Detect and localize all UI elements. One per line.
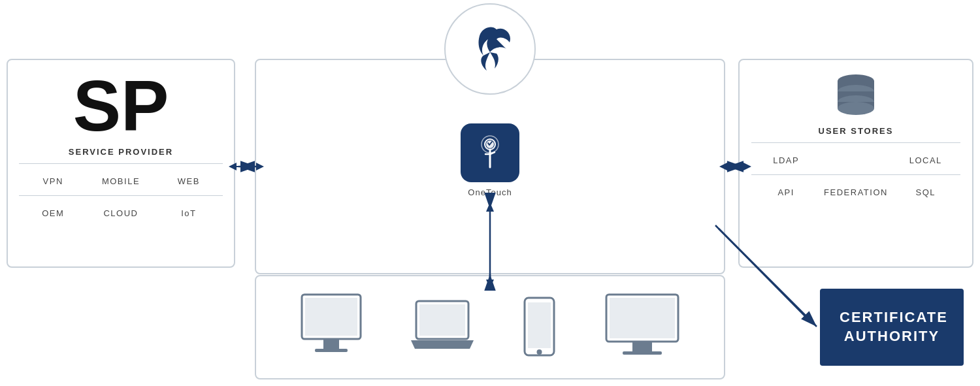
- us-box: USER STORES LDAP LOCAL API FEDERATION SQ…: [738, 59, 973, 268]
- sp-service-vpn: VPN: [19, 167, 87, 195]
- us-divider: [751, 174, 960, 175]
- devices-box: [255, 275, 725, 379]
- svg-rect-20: [610, 298, 675, 338]
- svg-point-18: [536, 349, 542, 355]
- svg-point-9: [838, 102, 874, 115]
- sp-service-cloud: CLOUD: [87, 199, 155, 227]
- sp-service-web: WEB: [155, 167, 223, 195]
- database-icon: [833, 73, 879, 118]
- sp-service-iot: IoT: [155, 199, 223, 227]
- bird-icon: [461, 20, 519, 78]
- touch-icon: [474, 135, 506, 170]
- us-services-grid2: API FEDERATION SQL: [751, 178, 960, 206]
- onetouch-button[interactable]: [461, 123, 519, 182]
- us-label: USER STORES: [751, 126, 960, 143]
- sp-services-grid2: OEM CLOUD IoT: [19, 199, 222, 227]
- onetouch-container: OneTouch: [461, 123, 519, 197]
- ca-line2: AUTHORITY: [844, 328, 939, 344]
- sp-box: SP SERVICE PROVIDER VPN MOBILE WEB OEM C…: [7, 59, 235, 268]
- us-service-sql: SQL: [890, 178, 960, 206]
- onetouch-label: OneTouch: [468, 187, 512, 197]
- laptop-icon: [410, 291, 475, 363]
- us-service-ldap: LDAP: [751, 146, 821, 174]
- sp-divider: [19, 195, 222, 196]
- svg-rect-15: [419, 304, 465, 336]
- us-service-api: API: [751, 178, 821, 206]
- us-services-grid1: LDAP LOCAL: [751, 146, 960, 174]
- sp-services-grid: VPN MOBILE WEB: [19, 167, 222, 195]
- svg-rect-17: [528, 302, 551, 348]
- ca-box: CERTIFICATE AUTHORITY: [738, 275, 973, 379]
- mobile-icon: [521, 295, 557, 360]
- us-service-federation: FEDERATION: [821, 178, 891, 206]
- svg-rect-22: [623, 351, 662, 355]
- sp-service-oem: OEM: [19, 199, 87, 227]
- desktop-icon-1: [299, 291, 364, 363]
- bird-logo-circle: [444, 3, 536, 95]
- sp-service-mobile: MOBILE: [87, 167, 155, 195]
- svg-rect-13: [315, 349, 348, 352]
- ca-button[interactable]: CERTIFICATE AUTHORITY: [820, 289, 964, 365]
- sp-label: SERVICE PROVIDER: [19, 147, 222, 164]
- database-svg: [833, 73, 879, 116]
- svg-rect-11: [305, 298, 357, 336]
- ca-line1: CERTIFICATE: [840, 309, 948, 325]
- diagram-container: SP SERVICE PROVIDER VPN MOBILE WEB OEM C…: [0, 0, 980, 386]
- us-service-empty: [821, 146, 891, 174]
- us-service-local: LOCAL: [890, 146, 960, 174]
- sp-letters: SP: [73, 70, 169, 142]
- monitor-icon: [603, 291, 681, 363]
